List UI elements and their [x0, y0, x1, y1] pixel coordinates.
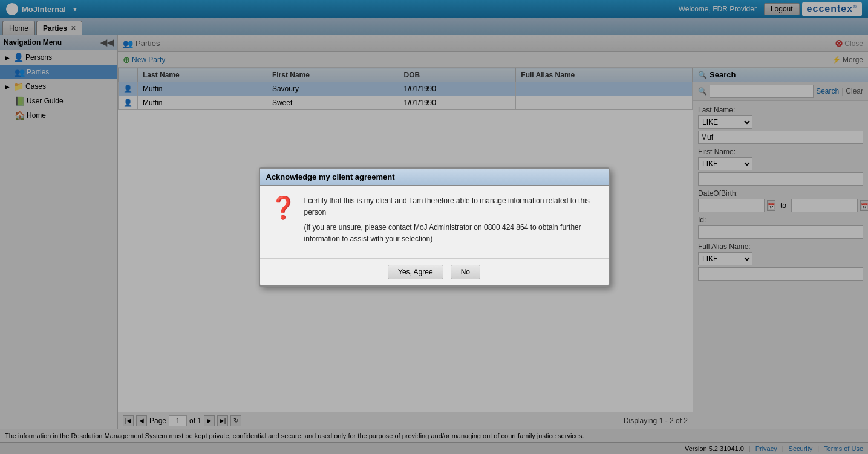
modal-dialog: Acknowledge my client agreement ❓ I cert… [259, 167, 610, 287]
modal-text: I certify that this is my client and I a… [304, 195, 599, 249]
modal-body: ❓ I certify that this is my client and I… [260, 186, 609, 259]
yes-agree-button[interactable]: Yes, Agree [388, 265, 443, 279]
no-button[interactable]: No [451, 265, 480, 279]
modal-header: Acknowledge my client agreement [260, 169, 609, 186]
modal-footer: Yes, Agree No [260, 258, 609, 285]
modal-overlay: Acknowledge my client agreement ❓ I cert… [0, 0, 868, 454]
modal-question-icon: ❓ [270, 195, 297, 221]
